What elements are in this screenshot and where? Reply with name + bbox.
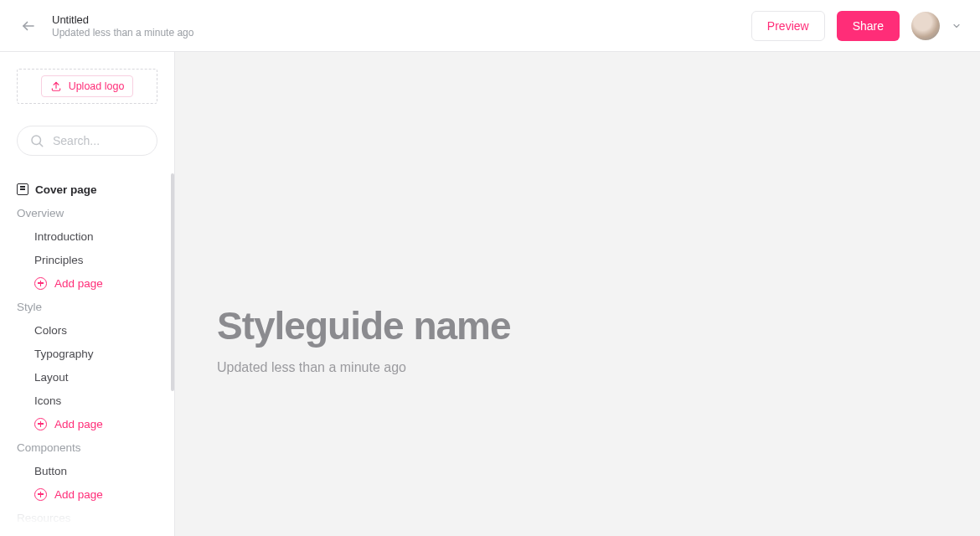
nav-item-label: Principles (34, 254, 84, 266)
svg-line-3 (39, 143, 42, 146)
nav-cover-label: Cover page (35, 183, 97, 196)
canvas[interactable]: Styleguide name Updated less than a minu… (175, 52, 980, 536)
nav-section-resources[interactable]: Resources (17, 506, 157, 529)
user-menu-toggle[interactable] (952, 21, 962, 31)
document-title-block: Untitled Updated less than a minute ago (52, 13, 193, 39)
nav-item-colors[interactable]: Colors (17, 318, 157, 342)
nav-item-label: Colors (34, 324, 67, 337)
nav-item-label: Introduction (34, 230, 94, 243)
svg-point-2 (32, 136, 41, 145)
chevron-down-icon (952, 21, 962, 31)
add-page-overview[interactable]: Add page (17, 271, 157, 295)
document-updated: Updated less than a minute ago (52, 27, 193, 39)
avatar[interactable] (911, 12, 940, 40)
nav-section-components[interactable]: Components (17, 436, 157, 459)
preview-button[interactable]: Preview (751, 11, 825, 41)
page-icon (17, 183, 28, 195)
top-bar: Untitled Updated less than a minute ago … (0, 0, 980, 52)
nav-item-introduction[interactable]: Introduction (17, 224, 157, 248)
nav-item-label: Button (34, 465, 67, 477)
nav-item-label: Typography (34, 348, 94, 360)
nav-section-label: Resources (17, 512, 71, 524)
sidebar: Upload logo Cover page Overview Introduc… (0, 52, 175, 536)
nav-section-label: Overview (17, 207, 64, 219)
arrow-left-icon (21, 18, 36, 34)
document-title[interactable]: Untitled (52, 13, 193, 27)
nav-item-label: Icons (34, 394, 61, 407)
nav-section-style[interactable]: Style (17, 295, 157, 318)
search-input[interactable] (53, 134, 175, 147)
plus-circle-icon (34, 418, 47, 430)
nav-section-label: Components (17, 441, 81, 454)
nav-item-label: Layout (34, 371, 69, 384)
side-nav: Cover page Overview Introduction Princip… (17, 178, 157, 529)
share-button[interactable]: Share (837, 11, 900, 41)
add-page-label: Add page (54, 488, 103, 501)
add-page-label: Add page (54, 277, 103, 290)
back-button[interactable] (18, 16, 39, 36)
nav-item-principles[interactable]: Principles (17, 248, 157, 271)
nav-section-overview[interactable]: Overview (17, 201, 157, 224)
nav-item-typography[interactable]: Typography (17, 342, 157, 365)
plus-circle-icon (34, 277, 47, 290)
add-page-label: Add page (54, 418, 103, 430)
add-page-components[interactable]: Add page (17, 482, 157, 506)
upload-icon (50, 80, 62, 92)
styleguide-title[interactable]: Styleguide name (217, 303, 980, 348)
search-field[interactable] (17, 126, 157, 156)
add-page-style[interactable]: Add page (17, 412, 157, 436)
styleguide-updated: Updated less than a minute ago (217, 360, 980, 375)
nav-item-button[interactable]: Button (17, 459, 157, 482)
preview-button-label: Preview (767, 19, 809, 33)
search-icon (29, 133, 44, 148)
nav-cover-page[interactable]: Cover page (17, 178, 157, 201)
plus-circle-icon (34, 488, 47, 501)
share-button-label: Share (853, 19, 884, 33)
nav-section-label: Style (17, 301, 42, 313)
nav-item-icons[interactable]: Icons (17, 389, 157, 412)
upload-logo-label: Upload logo (69, 80, 125, 92)
nav-item-layout[interactable]: Layout (17, 365, 157, 389)
upload-logo-button[interactable]: Upload logo (41, 75, 134, 97)
upload-logo-box[interactable]: Upload logo (17, 69, 157, 104)
